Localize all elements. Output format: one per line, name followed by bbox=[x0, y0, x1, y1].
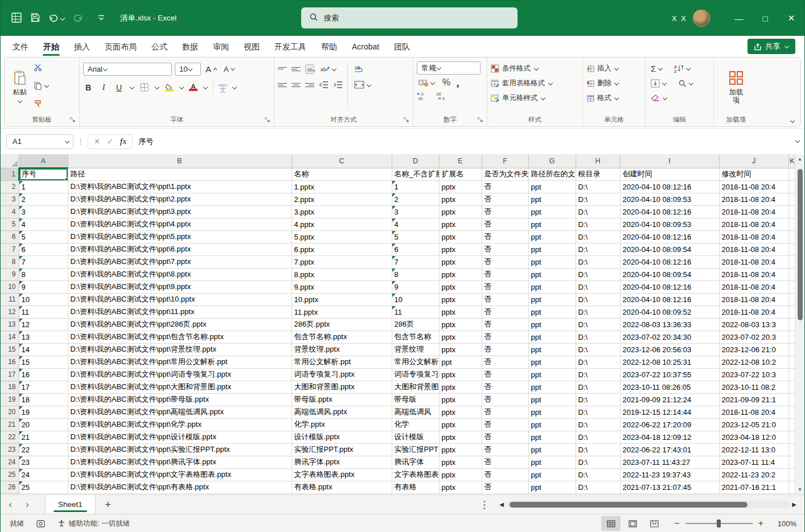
cell-F24[interactable]: 否 bbox=[482, 456, 528, 468]
cell-B25[interactable]: D:\资料\我的ABC测试文件\ppt\文字表格图表.pptx bbox=[68, 468, 291, 481]
decrease-indent-icon[interactable] bbox=[319, 81, 328, 89]
cell-I24[interactable]: 2023-07-11 11:43:27 bbox=[620, 456, 719, 468]
cell-J8[interactable]: 2018-11-08 20:4 bbox=[719, 255, 788, 268]
cell-styles-dropdown-icon[interactable] bbox=[541, 96, 546, 100]
cell-G6[interactable]: ppt bbox=[528, 230, 576, 243]
font-size-select[interactable]: 10 bbox=[175, 63, 201, 76]
cell-G8[interactable]: ppt bbox=[528, 255, 576, 268]
cell-B20[interactable]: D:\资料\我的ABC测试文件\ppt\高端低调风.pptx bbox=[68, 406, 291, 418]
column-header-E[interactable]: E bbox=[439, 154, 482, 168]
cell-B12[interactable]: D:\资料\我的ABC测试文件\ppt\11.pptx bbox=[68, 306, 291, 318]
cell-D17[interactable]: 词语专项复习 bbox=[392, 368, 439, 381]
number-format-select[interactable]: 常规 bbox=[417, 61, 480, 75]
cell-F7[interactable]: 否 bbox=[482, 243, 528, 255]
formula-input[interactable]: 序号 bbox=[138, 137, 803, 147]
cell-I2[interactable]: 2020-04-10 08:12:16 bbox=[620, 180, 719, 193]
cell-I11[interactable]: 2020-04-10 08:12:16 bbox=[620, 293, 719, 306]
cell-B10[interactable]: D:\资料\我的ABC测试文件\ppt\9.pptx bbox=[68, 281, 291, 293]
vertical-scrollbar[interactable]: ▲ ▼ bbox=[795, 154, 804, 494]
cell-H23[interactable]: D:\ bbox=[576, 443, 620, 456]
cell-I9[interactable]: 2020-04-10 08:09:54 bbox=[620, 268, 719, 281]
cell-J26[interactable]: 2021-07-16 21:1 bbox=[719, 481, 788, 493]
cell-I1[interactable]: 创建时间 bbox=[620, 168, 719, 180]
zoom-out-button[interactable]: − bbox=[674, 518, 679, 529]
format-painter-button[interactable] bbox=[32, 98, 51, 109]
insert-cells-button[interactable]: 插入 bbox=[586, 61, 642, 76]
cell-G19[interactable]: ppt bbox=[528, 393, 576, 406]
sort-filter-button[interactable]: AZ bbox=[672, 63, 692, 74]
cell-F11[interactable]: 否 bbox=[482, 293, 528, 306]
cell-C7[interactable]: 6.pptx bbox=[291, 243, 392, 255]
cell-F5[interactable]: 否 bbox=[482, 218, 528, 230]
cell-H22[interactable]: D:\ bbox=[576, 431, 620, 443]
column-header-D[interactable]: D bbox=[392, 154, 439, 168]
cell-E24[interactable]: pptx bbox=[439, 456, 482, 468]
cell-J15[interactable]: 2023-12-06 21:0 bbox=[719, 343, 788, 356]
horizontal-scrollbar[interactable]: ◀ ▶ bbox=[497, 499, 799, 510]
cell-G15[interactable]: ppt bbox=[528, 343, 576, 356]
cell-I12[interactable]: 2020-04-10 08:09:52 bbox=[620, 306, 719, 318]
cell-A11[interactable]: 10 bbox=[19, 293, 68, 306]
conditional-formatting-button[interactable]: 条件格式 bbox=[491, 61, 579, 76]
cell-C4[interactable]: 3.pptx bbox=[291, 205, 392, 218]
cell-C6[interactable]: 5.pptx bbox=[291, 230, 392, 243]
grow-font-button[interactable]: A bbox=[204, 63, 219, 75]
cell-J14[interactable]: 2023-07-02 20:3 bbox=[719, 331, 788, 343]
cell-I26[interactable]: 2021-07-13 21:07:45 bbox=[620, 481, 719, 493]
cell-A2[interactable]: 1 bbox=[19, 180, 68, 193]
clipboard-dialog-launcher[interactable] bbox=[70, 117, 76, 123]
cell-E23[interactable]: pptx bbox=[439, 443, 482, 456]
cell-J10[interactable]: 2018-11-08 20:4 bbox=[719, 281, 788, 293]
cell-H2[interactable]: D:\ bbox=[576, 180, 620, 193]
column-header-G[interactable]: G bbox=[528, 154, 576, 168]
cell-B17[interactable]: D:\资料\我的ABC测试文件\ppt\词语专项复习.pptx bbox=[68, 368, 291, 381]
cell-H12[interactable]: D:\ bbox=[576, 306, 620, 318]
accounting-dropdown-icon[interactable] bbox=[430, 81, 435, 85]
cell-C16[interactable]: 常用公文解析.ppt bbox=[291, 356, 392, 368]
row-header-5[interactable]: 5 bbox=[1, 218, 19, 230]
cell-H5[interactable]: D:\ bbox=[576, 218, 620, 230]
cell-A5[interactable]: 4 bbox=[19, 218, 68, 230]
cell-E14[interactable]: pptx bbox=[439, 331, 482, 343]
ribbon-tab-公式[interactable]: 公式 bbox=[144, 38, 175, 57]
cell-A25[interactable]: 24 bbox=[19, 468, 68, 481]
column-header-A[interactable]: A bbox=[19, 154, 68, 168]
cell-F4[interactable]: 否 bbox=[482, 205, 528, 218]
cell-I4[interactable]: 2020-04-10 08:12:16 bbox=[620, 205, 719, 218]
column-header-F[interactable]: F bbox=[482, 154, 528, 168]
scroll-up-icon[interactable]: ▲ bbox=[795, 154, 804, 164]
row-header-6[interactable]: 6 bbox=[1, 230, 19, 243]
cell-I5[interactable]: 2020-04-10 08:09:53 bbox=[620, 218, 719, 230]
cell-D19[interactable]: 带母版 bbox=[392, 393, 439, 406]
cell-D11[interactable]: 10 bbox=[392, 293, 439, 306]
cell-C20[interactable]: 高端低调风.pptx bbox=[291, 406, 392, 418]
cell-E12[interactable]: pptx bbox=[439, 306, 482, 318]
cell-B19[interactable]: D:\资料\我的ABC测试文件\ppt\带母版.pptx bbox=[68, 393, 291, 406]
macro-record-button[interactable] bbox=[36, 520, 45, 527]
cell-G16[interactable]: ppt bbox=[528, 356, 576, 368]
format-dropdown-icon[interactable] bbox=[614, 96, 619, 100]
cell-F21[interactable]: 否 bbox=[482, 418, 528, 431]
decrease-decimal-icon[interactable]: .000 bbox=[435, 92, 446, 101]
cell-C14[interactable]: 包含节名称.pptx bbox=[291, 331, 392, 343]
conditional-formatting-dropdown-icon[interactable] bbox=[533, 67, 539, 71]
row-header-2[interactable]: 2 bbox=[1, 180, 19, 193]
format-as-table-dropdown-icon[interactable] bbox=[548, 81, 553, 85]
paste-dropdown-icon[interactable] bbox=[18, 99, 23, 103]
column-header-I[interactable]: I bbox=[620, 154, 719, 168]
cell-C23[interactable]: 实验汇报PPT.pptx bbox=[291, 443, 392, 456]
cell-E1[interactable]: 扩展名 bbox=[439, 168, 482, 180]
row-header-4[interactable]: 4 bbox=[1, 205, 19, 218]
alignment-dialog-launcher[interactable] bbox=[404, 117, 409, 123]
cell-D10[interactable]: 9 bbox=[392, 281, 439, 293]
cell-B7[interactable]: D:\资料\我的ABC测试文件\ppt\6.pptx bbox=[68, 243, 291, 255]
zoom-slider[interactable] bbox=[685, 523, 753, 524]
cell-H25[interactable]: D:\ bbox=[576, 468, 620, 481]
row-header-19[interactable]: 19 bbox=[1, 393, 19, 406]
cell-G4[interactable]: ppt bbox=[528, 205, 576, 218]
redo-dropdown-icon[interactable] bbox=[84, 17, 89, 20]
ribbon-tab-视图[interactable]: 视图 bbox=[236, 38, 267, 57]
cell-G25[interactable]: ppt bbox=[528, 468, 576, 481]
cell-F8[interactable]: 否 bbox=[482, 255, 528, 268]
cell-B23[interactable]: D:\资料\我的ABC测试文件\ppt\实验汇报PPT.pptx bbox=[68, 443, 291, 456]
